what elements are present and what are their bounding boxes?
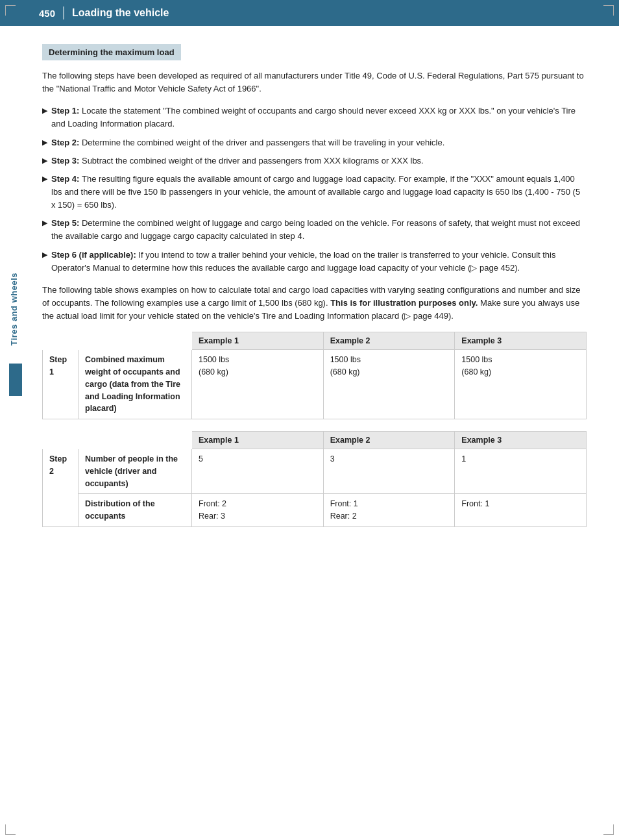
table-ex2-cell: Front: 1 Rear: 2 <box>323 494 455 527</box>
corner-br <box>603 824 614 835</box>
corner-tl <box>5 5 16 16</box>
table-ex1-cell: 5 <box>192 449 324 494</box>
page-title: Loading the vehicle <box>72 7 169 19</box>
table1-col-ex2: Example 2 <box>323 332 455 350</box>
step-body: Step 6 (if applicable): If you intend to… <box>51 249 587 275</box>
step-item: ▶ Step 2: Determine the combined weight … <box>42 136 587 149</box>
table-row: Step 2Number of people in the vehicle (d… <box>43 449 587 494</box>
table-row: Distribution of the occupantsFront: 2 Re… <box>43 494 587 527</box>
table1-col-ex3: Example 3 <box>455 332 587 350</box>
header-bar: 450 Loading the vehicle <box>0 0 619 26</box>
step-arrow-icon: ▶ <box>42 173 47 212</box>
table-desc-cell: Number of people in the vehicle (driver … <box>79 449 192 494</box>
table-ex3-cell: 1500 lbs (680 kg) <box>455 350 587 419</box>
step-arrow-icon: ▶ <box>42 105 47 130</box>
summary-text: The following table shows examples on ho… <box>42 284 587 323</box>
section-heading: Determining the maximum load <box>42 44 181 60</box>
table-ex2-cell: 1500 lbs (680 kg) <box>323 350 455 419</box>
header-divider <box>63 6 64 19</box>
step-arrow-icon: ▶ <box>42 249 47 275</box>
table2-col-ex3: Example 3 <box>455 432 587 449</box>
table-desc-cell: Distribution of the occupants <box>79 494 192 527</box>
page-wrapper: 450 Loading the vehicle Tires and wheels… <box>0 0 619 840</box>
step-item: ▶ Step 4: The resulting figure equals th… <box>42 173 587 212</box>
sidebar-rect <box>9 364 22 396</box>
step-body: Step 3: Subtract the combined weight of … <box>51 154 587 167</box>
table-row: Step 1Combined maximum weight of occupan… <box>43 350 587 419</box>
step-arrow-icon: ▶ <box>42 217 47 243</box>
step-item: ▶ Step 3: Subtract the combined weight o… <box>42 154 587 167</box>
table2: Example 1 Example 2 Example 3 Step 2Numb… <box>42 431 587 527</box>
table1-wrapper: Example 1 Example 2 Example 3 Step 1Comb… <box>42 332 587 419</box>
table-ex1-cell: 1500 lbs (680 kg) <box>192 350 324 419</box>
table-desc-cell: Combined maximum weight of occupants and… <box>79 350 192 419</box>
table2-col-empty1 <box>43 432 79 449</box>
table2-col-ex1: Example 1 <box>192 432 324 449</box>
step-item: ▶ Step 1: Locate the statement "The comb… <box>42 105 587 130</box>
step-label: Step 3: <box>51 156 82 166</box>
steps-list: ▶ Step 1: Locate the statement "The comb… <box>42 105 587 275</box>
table1-col-empty1 <box>43 332 79 350</box>
corner-tr <box>603 5 614 16</box>
step-arrow-icon: ▶ <box>42 155 47 167</box>
intro-text: The following steps have been developed … <box>42 69 587 95</box>
page-number: 450 <box>39 8 55 19</box>
summary-bold: This is for illustration purposes only. <box>330 298 478 308</box>
table-step-cell: Step 1 <box>43 350 79 419</box>
table-ex3-cell: 1 <box>455 449 587 494</box>
table2-col-ex2: Example 2 <box>323 432 455 449</box>
step-body: Step 2: Determine the combined weight of… <box>51 136 587 149</box>
step-item: ▶ Step 6 (if applicable): If you intend … <box>42 249 587 275</box>
corner-bl <box>5 824 16 835</box>
table-ex2-cell: 3 <box>323 449 455 494</box>
table2-col-empty2 <box>79 432 192 449</box>
table1: Example 1 Example 2 Example 3 Step 1Comb… <box>42 332 587 419</box>
step-item: ▶ Step 5: Determine the combined weight … <box>42 217 587 243</box>
step-body: Step 4: The resulting figure equals the … <box>51 173 587 212</box>
table-ex3-cell: Front: 1 <box>455 494 587 527</box>
step-label: Step 2: <box>51 138 82 147</box>
table-ex1-cell: Front: 2 Rear: 3 <box>192 494 324 527</box>
step-label: Step 4: <box>51 174 82 184</box>
table1-col-empty2 <box>79 332 192 350</box>
main-content: Determining the maximum load The followi… <box>0 26 619 552</box>
step-body: Step 5: Determine the combined weight of… <box>51 217 587 243</box>
step-label: Step 5: <box>51 218 82 228</box>
table-step-cell: Step 2 <box>43 449 79 527</box>
step-label: Step 6 (if applicable): <box>51 250 138 260</box>
step-label: Step 1: <box>51 106 82 116</box>
sidebar-label: Tires and wheels <box>9 273 19 346</box>
table1-col-ex1: Example 1 <box>192 332 324 350</box>
step-body: Step 1: Locate the statement "The combin… <box>51 105 587 130</box>
table2-wrapper: Example 1 Example 2 Example 3 Step 2Numb… <box>42 431 587 527</box>
step-arrow-icon: ▶ <box>42 137 47 149</box>
